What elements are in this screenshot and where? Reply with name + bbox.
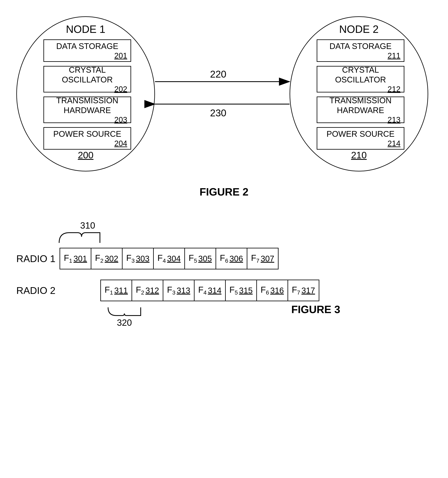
node2-crystal-box: CRYSTALOSCILLATOR 212 bbox=[317, 66, 404, 93]
radio1-cell-5: F5 305 bbox=[185, 248, 216, 269]
node2-title: NODE 2 bbox=[290, 23, 428, 35]
radio1-cell-7: F7 307 bbox=[247, 248, 278, 269]
radio2-cell-2: F2 312 bbox=[132, 280, 163, 301]
node1-transmission-box: TRANSMISSIONHARDWARE 203 bbox=[43, 97, 131, 123]
node2-id: 210 bbox=[351, 150, 367, 161]
node2-transmission-label: TRANSMISSIONHARDWARE bbox=[330, 95, 392, 115]
radio1-cell-1: F1 301 bbox=[60, 248, 91, 269]
radio1-cell-6: F6 306 bbox=[216, 248, 247, 269]
node2-circle: NODE 2 DATA STORAGE 211 CRYSTALOSCILLATO… bbox=[289, 16, 428, 171]
node2-datastorage-id: 211 bbox=[388, 51, 400, 60]
brace-310-label: 310 bbox=[57, 220, 118, 231]
radio2-cell-3: F3 313 bbox=[163, 280, 195, 301]
node1-data-storage-box: DATA STORAGE 201 bbox=[43, 39, 131, 62]
node1-crystal-label: CRYSTALOSCILLATOR bbox=[62, 65, 113, 84]
radio2-freq-table: F1 311 F2 312 F3 313 F4 314 F5 315 F6 31… bbox=[100, 280, 319, 301]
arrow-230-label: 230 bbox=[210, 107, 226, 118]
node1-crystal-box: CRYSTALOSCILLATOR 202 bbox=[43, 66, 131, 93]
arrow-220-label: 220 bbox=[210, 69, 226, 80]
radio2-cell-7: F7 317 bbox=[288, 280, 319, 301]
node1-transmission-label: TRANSMISSIONHARDWARE bbox=[56, 95, 118, 115]
radio1-freq-table: F1 301 F2 302 F3 303 F4 304 F5 305 F6 30… bbox=[60, 248, 279, 269]
node2-power-box: POWER SOURCE 214 bbox=[317, 127, 404, 150]
node2-transmission-box: TRANSMISSIONHARDWARE 213 bbox=[317, 97, 404, 123]
radio1-cell-3: F3 303 bbox=[123, 248, 154, 269]
node1-datastorage-id: 201 bbox=[114, 51, 127, 60]
node1-id: 200 bbox=[78, 150, 94, 161]
node1-datastorage-label: DATA STORAGE bbox=[56, 41, 118, 51]
radio2-cell-5: F5 315 bbox=[226, 280, 257, 301]
radio2-cell-4: F4 314 bbox=[195, 280, 226, 301]
brace-310-container: 310 bbox=[57, 220, 118, 246]
brace-320-container: 320 bbox=[98, 305, 151, 328]
radio2-row: RADIO 2 F1 311 F2 312 F3 313 F4 314 F5 3… bbox=[16, 280, 448, 301]
brace-320-svg bbox=[106, 305, 143, 318]
figure3-caption: FIGURE 3 bbox=[184, 303, 448, 315]
radio2-label: RADIO 2 bbox=[16, 285, 55, 296]
radio1-cell-2: F2 302 bbox=[91, 248, 123, 269]
node2-crystal-id: 212 bbox=[388, 85, 400, 94]
node2-datastorage-label: DATA STORAGE bbox=[330, 41, 392, 51]
node2-crystal-label: CRYSTALOSCILLATOR bbox=[335, 65, 386, 84]
node1-crystal-id: 202 bbox=[114, 85, 127, 94]
node2-data-storage-box: DATA STORAGE 211 bbox=[317, 39, 404, 62]
node1-circle: NODE 1 DATA STORAGE 201 CRYSTALOSCILLATO… bbox=[16, 16, 155, 171]
brace-310-svg bbox=[57, 231, 102, 245]
figure2-caption: FIGURE 2 bbox=[200, 186, 249, 198]
radio1-row: RADIO 1 F1 301 F2 302 F3 303 F4 304 F5 3… bbox=[16, 248, 448, 269]
node2-transmission-id: 213 bbox=[388, 115, 400, 124]
node1-title: NODE 1 bbox=[17, 23, 154, 35]
radio1-cell-4: F4 304 bbox=[154, 248, 185, 269]
brace-320-label: 320 bbox=[117, 318, 132, 328]
node1-power-box: POWER SOURCE 204 bbox=[43, 127, 131, 150]
node2-power-label: POWER SOURCE bbox=[326, 129, 394, 139]
figure2: NODE 1 DATA STORAGE 201 CRYSTALOSCILLATO… bbox=[0, 8, 448, 192]
figure3: 310 RADIO 1 F1 301 F2 302 F3 303 F4 304 bbox=[0, 220, 448, 315]
node1-power-id: 204 bbox=[114, 139, 127, 148]
node2-power-id: 214 bbox=[388, 139, 400, 148]
node1-transmission-id: 203 bbox=[114, 115, 127, 124]
radio2-cell-6: F6 316 bbox=[257, 280, 288, 301]
radio2-cell-1: F1 311 bbox=[101, 280, 132, 301]
node1-power-label: POWER SOURCE bbox=[53, 129, 121, 139]
radio1-label: RADIO 1 bbox=[16, 253, 55, 264]
